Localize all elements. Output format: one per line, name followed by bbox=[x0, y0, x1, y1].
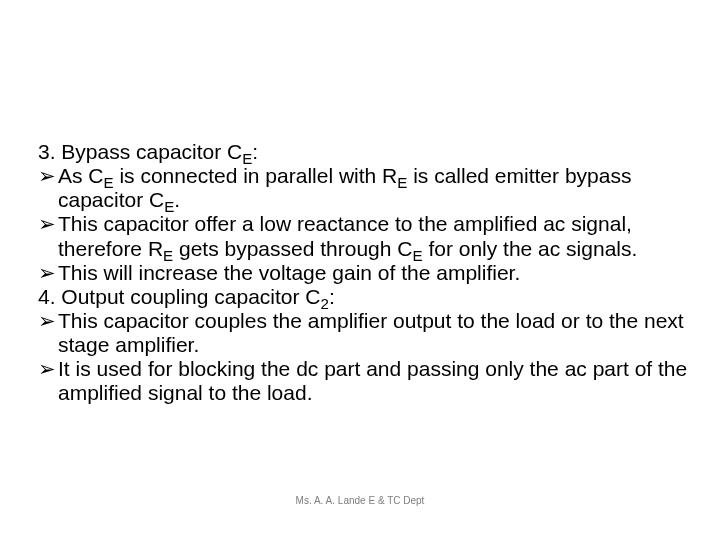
heading-4-prefix: 4. Output coupling capacitor C bbox=[38, 285, 321, 308]
content-block: 3. Bypass capacitor CE: ➢As CE is connec… bbox=[38, 140, 688, 406]
subscript: E bbox=[397, 174, 407, 191]
heading-3-suffix: : bbox=[252, 140, 258, 163]
bullet-text: As CE is connected in parallel with RE i… bbox=[58, 164, 688, 212]
bullet-marker-icon: ➢ bbox=[38, 357, 58, 381]
heading-4: 4. Output coupling capacitor C2: bbox=[38, 285, 688, 309]
bullet-marker-icon: ➢ bbox=[38, 261, 58, 285]
bullet-marker-icon: ➢ bbox=[38, 164, 58, 188]
heading-4-suffix: : bbox=[329, 285, 335, 308]
bullet-text: This will increase the voltage gain of t… bbox=[58, 261, 688, 285]
bullet-text: This capacitor couples the amplifier out… bbox=[58, 309, 688, 357]
bullet-marker-icon: ➢ bbox=[38, 309, 58, 333]
heading-3: 3. Bypass capacitor CE: bbox=[38, 140, 688, 164]
bullet-item: ➢This will increase the voltage gain of … bbox=[38, 261, 688, 285]
text-run: This will increase the voltage gain of t… bbox=[58, 261, 520, 284]
bullet-item: ➢It is used for blocking the dc part and… bbox=[38, 357, 688, 405]
text-run: It is used for blocking the dc part and … bbox=[58, 357, 687, 404]
footer-text: Ms. A. A. Lande E & TC Dept bbox=[0, 495, 720, 506]
text-run: This capacitor couples the amplifier out… bbox=[58, 309, 684, 356]
bullet-item: ➢This capacitor couples the amplifier ou… bbox=[38, 309, 688, 357]
bullet-item: ➢This capacitor offer a low reactance to… bbox=[38, 212, 688, 260]
heading-3-prefix: 3. Bypass capacitor C bbox=[38, 140, 242, 163]
text-run: . bbox=[174, 188, 180, 211]
bullet-text: This capacitor offer a low reactance to … bbox=[58, 212, 688, 260]
bullet-text: It is used for blocking the dc part and … bbox=[58, 357, 688, 405]
bullets-section-4: ➢This capacitor couples the amplifier ou… bbox=[38, 309, 688, 406]
text-run: gets bypassed through C bbox=[173, 237, 412, 260]
text-run: is connected in parallel with R bbox=[114, 164, 398, 187]
bullets-section-3: ➢As CE is connected in parallel with RE … bbox=[38, 164, 688, 285]
bullet-item: ➢As CE is connected in parallel with RE … bbox=[38, 164, 688, 212]
text-run: As C bbox=[58, 164, 104, 187]
bullet-marker-icon: ➢ bbox=[38, 212, 58, 236]
slide: 3. Bypass capacitor CE: ➢As CE is connec… bbox=[0, 0, 720, 540]
text-run: for only the ac signals. bbox=[423, 237, 638, 260]
